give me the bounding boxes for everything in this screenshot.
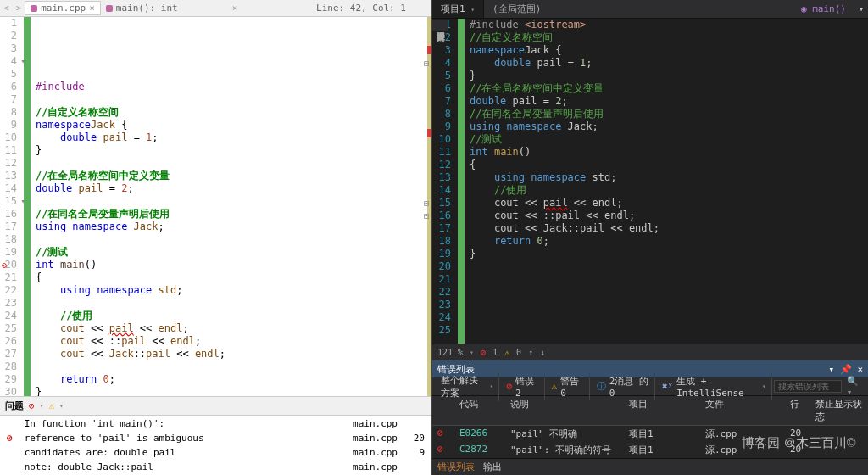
watermark: 博客园 ＠木三百川© <box>742 435 856 451</box>
error-toolbar: 整个解决方案 ▾ ⊘错误 2 ⚠警告 0 ⓘ2消息 的 0 ✖ʸ生成 + Int… <box>432 377 868 396</box>
error-count-icon[interactable]: ⊘ <box>481 348 486 357</box>
down-icon[interactable]: ↓ <box>540 348 545 357</box>
error-columns[interactable]: 代码说明项目文件行禁止显示状态 <box>432 396 868 426</box>
zoom-bar: 121 %▾ ⊘1 ⚠0 ↑↓ <box>432 344 868 360</box>
project-tab[interactable]: 项目1 ▾ <box>432 0 484 18</box>
right-gutter: 123⊟4567891011121314⊟15⊟1617181920212223… <box>432 19 465 344</box>
cursor-pos: Line: 42, Col: 1 <box>316 3 431 14</box>
func-crumb-r[interactable]: ◉ main() <box>793 3 854 14</box>
zoom-level[interactable]: 121 % <box>437 348 463 357</box>
warn-filter-icon[interactable]: ⚠ <box>48 400 54 411</box>
split-icon[interactable]: ▾ <box>854 3 868 14</box>
pin-icon[interactable]: ▾ 📌 <box>829 364 852 375</box>
problems-tab[interactable]: 问题 <box>5 400 24 412</box>
error-search-input[interactable] <box>774 380 842 393</box>
error-filter-icon[interactable]: ⊘ <box>29 400 35 411</box>
left-gutter: 123▾4567891011121314▾1516171819⊘20212223… <box>0 17 31 396</box>
right-tabbar: 项目1 ▾ (全局范围) ◉ main() ▾ <box>432 0 868 19</box>
left-editor-pane: < > main.cpp× main(): int× Line: 42, Col… <box>0 0 432 475</box>
right-editor-pane: 项目1 ▾ (全局范围) ◉ main() ▾ 123⊟456789101112… <box>432 0 868 475</box>
cpp-icon <box>31 5 37 12</box>
error-list-panel: 错误列表 ▾ 📌 × 整个解决方案 ▾ ⊘错误 2 ⚠警告 0 ⓘ2消息 的 0… <box>432 360 868 475</box>
close-icon[interactable]: × <box>89 3 95 14</box>
nav-fwd[interactable]: > <box>13 3 25 14</box>
problem-row[interactable]: ⊘reference to 'pail' is ambiguousmain.cp… <box>2 432 430 444</box>
warn-count-icon[interactable]: ⚠ <box>504 348 509 357</box>
problem-row[interactable]: note: double Jack::pailmain.cpp <box>2 461 430 473</box>
problems-table[interactable]: In function 'int main()':main.cpp⊘refere… <box>0 416 431 475</box>
right-code[interactable]: #include <iostream>//自定义名称空间namespaceJac… <box>465 19 868 344</box>
search-dropdown-icon[interactable]: 🔍▾ <box>843 376 865 398</box>
close-panel-icon[interactable]: × <box>857 364 863 375</box>
problems-panel: 问题 ⊘▾ ⚠▾ In function 'int main()':main.c… <box>0 396 431 475</box>
left-tabbar: < > main.cpp× main(): int× Line: 42, Col… <box>0 0 431 17</box>
left-code[interactable]: #include //自定义名称空间namespaceJack { double… <box>31 17 431 396</box>
func-icon <box>106 5 113 12</box>
func-crumb[interactable]: main(): int <box>116 3 178 14</box>
bottom-tab-output[interactable]: 输出 <box>483 461 502 473</box>
problem-row[interactable]: candidates are: double pailmain.cpp9 <box>2 446 430 459</box>
nav-back[interactable]: < <box>0 3 13 14</box>
up-icon[interactable]: ↑ <box>528 348 533 357</box>
problem-row[interactable]: In function 'int main()':main.cpp <box>2 417 430 430</box>
file-tab[interactable]: main.cpp× <box>25 1 101 15</box>
solution-explorer-tab[interactable]: 解决方案资源管理器 <box>432 20 448 31</box>
bottom-tab-errors[interactable]: 错误列表 <box>437 461 475 473</box>
right-editor[interactable]: 123⊟4567891011121314⊟15⊟1617181920212223… <box>432 19 868 344</box>
scope-crumb[interactable]: (全局范围) <box>484 3 793 15</box>
left-editor[interactable]: 123▾4567891011121314▾1516171819⊘20212223… <box>0 17 431 396</box>
